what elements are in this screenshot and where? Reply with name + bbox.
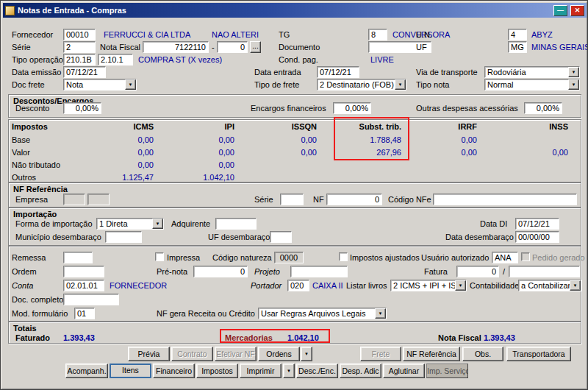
uf-desembaraco-field[interactable]: [270, 231, 292, 243]
un-name: ABYZ: [531, 30, 553, 40]
desconto-field[interactable]: 0,00%: [63, 102, 101, 114]
codigo-natureza-field: 0000: [274, 252, 304, 263]
listar-livros-combo[interactable]: 2 ICMS + IPI + ISS ▼: [390, 280, 467, 291]
contabilidade-combo[interactable]: a Contabilizar ▼: [518, 280, 581, 291]
encargos-field[interactable]: 0,00%: [333, 102, 371, 114]
nf-ref-serie-field[interactable]: [280, 194, 304, 205]
portador-field[interactable]: 020: [287, 280, 309, 291]
tipo-operacao-code2-field[interactable]: 2.10.1: [98, 54, 133, 65]
nf-gera-combo[interactable]: Usar Regras Arquivos Legais ▼: [258, 308, 387, 319]
impressa-checkbox[interactable]: [155, 252, 164, 261]
imprimir-dropdown-button[interactable]: ▼: [283, 364, 295, 378]
nf-ref-nf-field[interactable]: 0: [326, 194, 382, 205]
doc-frete-combo[interactable]: Nota ▼: [63, 79, 137, 91]
imprimir-button[interactable]: Imprimir: [240, 364, 282, 378]
adquirente-field[interactable]: [215, 218, 257, 230]
tipo-nota-label: Tipo nota: [416, 80, 449, 90]
tipo-frete-label: Tipo de frete: [254, 80, 299, 90]
projeto-label: Projeto: [254, 267, 280, 277]
nota-fiscal-label: Nota Fiscal: [100, 43, 140, 52]
data-entrada-label: Data entrada: [254, 68, 301, 77]
ordens-button[interactable]: Ordens: [258, 347, 300, 361]
impostos-row-nao-tributado-label: Não tributado: [12, 160, 60, 170]
desc-enc-button[interactable]: Desc./Enc.: [296, 364, 338, 378]
uf-field[interactable]: MG: [508, 41, 527, 53]
dropdown-arrow-icon[interactable]: ▼: [152, 219, 163, 229]
desp-adic-button[interactable]: Desp. Adic: [340, 364, 381, 378]
codigo-nfe-field[interactable]: [433, 194, 577, 205]
usuario-autorizado-field[interactable]: ANA: [492, 252, 518, 263]
dropdown-arrow-icon[interactable]: ▼: [568, 79, 579, 90]
municipio-desembaraco-field[interactable]: [105, 231, 142, 243]
impostos-header-irrf: IRRF: [416, 122, 477, 132]
fatura-field[interactable]: 0: [456, 266, 499, 277]
impostos-row-valor-label: Valor: [12, 148, 30, 157]
ordem-field[interactable]: [63, 266, 104, 277]
via-transporte-label: Via de transporte: [416, 68, 478, 77]
nf-referencia-button[interactable]: NF Referência: [403, 347, 460, 361]
tipo-nota-combo[interactable]: Normal ▼: [484, 79, 580, 91]
pre-nota-field[interactable]: 0: [193, 266, 248, 277]
nota-fiscal-suffix-field[interactable]: 0: [217, 41, 248, 53]
nota-fiscal-number-field[interactable]: 7122110: [143, 41, 209, 53]
financeiro-button[interactable]: Financeiro: [153, 364, 195, 378]
tipo-operacao-desc: COMPRA ST (X vezes): [138, 55, 222, 65]
dropdown-arrow-icon[interactable]: ▼: [455, 280, 466, 291]
projeto-field[interactable]: [290, 266, 348, 277]
ordens-dropdown-button[interactable]: ▼: [301, 347, 312, 361]
tg-field[interactable]: 8: [368, 29, 387, 40]
conta-field[interactable]: 02.01.01: [63, 280, 104, 291]
data-entrada-field[interactable]: 07/12/21: [317, 66, 359, 78]
contabilidade-value: a Contabilizar: [521, 281, 570, 290]
dropdown-arrow-icon[interactable]: ▼: [125, 79, 136, 90]
serie-field[interactable]: 2: [63, 41, 96, 53]
dropdown-arrow-icon[interactable]: ▼: [570, 280, 581, 291]
itens-button[interactable]: Itens: [110, 364, 151, 378]
dropdown-arrow-icon[interactable]: ▼: [375, 308, 386, 319]
remessa-field[interactable]: [63, 252, 93, 263]
data-desembaraco-field[interactable]: 00/00/00: [515, 231, 559, 243]
titlebar: Notas de Entrada - Compras — ✕: [3, 3, 587, 18]
empresa-label: Empresa: [15, 195, 48, 205]
nf-ref-nf-label: NF: [313, 195, 324, 205]
uf-label: UF: [416, 43, 427, 52]
obs-button[interactable]: Obs.: [462, 347, 503, 361]
impostos-button[interactable]: Impostos: [196, 364, 238, 378]
forma-importacao-combo[interactable]: 1 Direta ▼: [96, 218, 164, 230]
transportadora-button[interactable]: Transportadora: [506, 347, 571, 361]
fatura-field-2[interactable]: [509, 266, 580, 277]
impostos-outros-ipi: 1.042,10: [170, 173, 234, 182]
dropdown-arrow-icon[interactable]: ▼: [568, 67, 579, 77]
fornecedor-code-field[interactable]: 00010: [63, 29, 96, 40]
window: Notas de Entrada - Compras — ✕ Fornecedo…: [0, 0, 588, 390]
data-emissao-field[interactable]: 07/12/21: [63, 66, 106, 78]
conta-label: Conta: [12, 281, 33, 291]
doc-frete-value: Nota: [66, 80, 83, 89]
close-button[interactable]: ✕: [570, 5, 584, 16]
totais-group-title: Totais: [13, 324, 37, 333]
data-emissao-label: Data emissão: [12, 68, 61, 77]
cond-pag-value: LIVRE: [370, 55, 394, 65]
listar-livros-label: Listar livros: [346, 281, 387, 291]
aglutinar-button[interactable]: Aglutinar: [383, 364, 425, 378]
data-di-field[interactable]: 07/12/21: [515, 218, 559, 230]
via-transporte-combo[interactable]: Rodoviária ▼: [484, 66, 580, 78]
dropdown-arrow-icon[interactable]: ▼: [395, 79, 406, 90]
impostos-nao-tributado-icms: 0,00: [89, 160, 154, 170]
doc-completo-field[interactable]: [63, 294, 119, 305]
previa-button[interactable]: Prévia: [128, 347, 170, 361]
nota-fiscal-browse-button[interactable]: ...: [250, 41, 261, 53]
outras-despesas-field[interactable]: 0,00%: [524, 102, 562, 114]
mod-formulario-field[interactable]: 01: [74, 308, 95, 319]
fornecedor-label: Fornecedor: [12, 30, 53, 40]
serie-label: Série: [12, 43, 31, 52]
tipo-frete-value: 2 Destinatario (FOB): [320, 80, 394, 89]
impostos-ajustados-checkbox[interactable]: [339, 252, 348, 261]
pre-nota-label: Pré-nota: [157, 267, 187, 277]
acompanh-button[interactable]: Acompanh.: [65, 364, 108, 378]
minimize-button[interactable]: —: [553, 5, 567, 16]
nf-ref-serie-label: Série: [254, 195, 273, 205]
tipo-frete-combo[interactable]: 2 Destinatario (FOB) ▼: [317, 79, 406, 91]
tipo-operacao-code1-field[interactable]: 210.1B: [63, 54, 96, 65]
un-field[interactable]: 4: [508, 29, 527, 40]
